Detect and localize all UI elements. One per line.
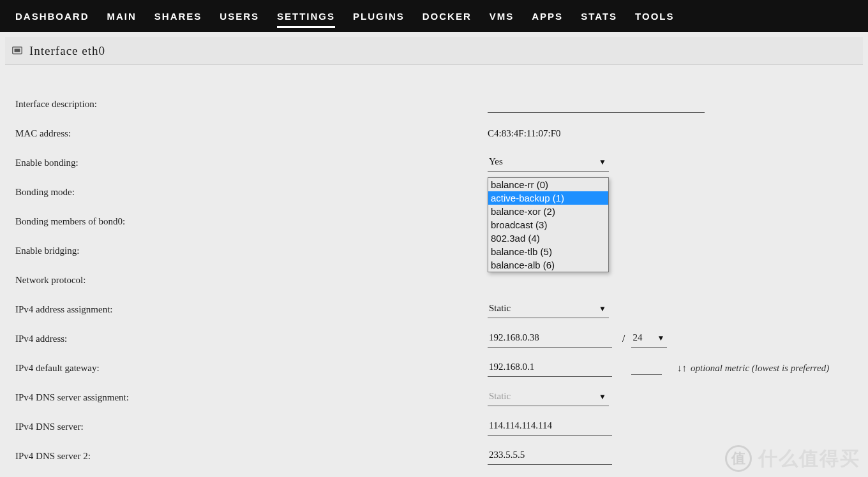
gateway-metric-hint: ↓↑ optional metric (lowest is preferred)	[677, 363, 829, 374]
nav-tab-main[interactable]: MAIN	[98, 0, 146, 32]
nav-tab-dashboard[interactable]: DASHBOARD	[6, 0, 98, 32]
row-interface-description: Interface description:	[15, 89, 868, 119]
input-ipv4-dns2[interactable]	[488, 447, 612, 465]
bonding-mode-option[interactable]: broadcast (3)	[488, 218, 608, 231]
select-ipv4-dns-assignment[interactable]	[488, 388, 609, 406]
nav-tab-docker[interactable]: DOCKER	[414, 0, 481, 32]
row-network-protocol: Network protocol:	[15, 265, 868, 295]
row-bonding-mode: Bonding mode: ▼	[15, 177, 868, 207]
bonding-mode-option[interactable]: 802.3ad (4)	[488, 231, 608, 245]
row-ipv4-assignment: IPv4 address assignment: ▼	[15, 295, 868, 324]
label-ipv4-dns-assignment: IPv4 DNS server assignment:	[15, 392, 488, 403]
value-mac-address: C4:83:4F:11:07:F0	[488, 128, 560, 139]
label-enable-bridging: Enable bridging:	[15, 246, 488, 256]
bonding-mode-option[interactable]: balance-tlb (5)	[488, 245, 608, 258]
input-gateway-metric[interactable]	[631, 361, 662, 375]
row-ipv4-dns-assignment: IPv4 DNS server assignment: ▼	[15, 383, 868, 412]
input-ipv4-gateway[interactable]	[488, 359, 612, 377]
bonding-mode-option[interactable]: balance-xor (2)	[488, 205, 608, 218]
select-ipv4-assignment[interactable]	[488, 300, 609, 318]
label-ipv4-assignment: IPv4 address assignment:	[15, 304, 488, 315]
form-area: Interface description: MAC address: C4:8…	[0, 65, 868, 471]
row-mac-address: MAC address: C4:83:4F:11:07:F0	[15, 119, 868, 148]
nav-tab-users[interactable]: USERS	[211, 0, 268, 32]
row-bonding-members: Bonding members of bond0:	[15, 207, 868, 236]
label-ipv4-dns2: IPv4 DNS server 2:	[15, 451, 488, 462]
nav-tab-settings[interactable]: SETTINGS	[268, 0, 344, 32]
watermark-text: 什么值得买	[758, 446, 860, 472]
watermark-badge-icon: 值	[725, 445, 752, 472]
label-bonding-mode: Bonding mode:	[15, 187, 488, 198]
input-ipv4-dns1[interactable]	[488, 418, 612, 436]
interface-icon	[11, 45, 23, 57]
nav-tab-vms[interactable]: VMS	[481, 0, 523, 32]
watermark: 值 什么值得买	[725, 445, 860, 472]
bonding-mode-option[interactable]: balance-alb (6)	[488, 258, 608, 272]
nav-tab-plugins[interactable]: PLUGINS	[344, 0, 414, 32]
select-ipv4-mask[interactable]	[631, 330, 667, 348]
row-ipv4-gateway: IPv4 default gateway: ↓↑ optional metric…	[15, 353, 868, 383]
label-ipv4-address: IPv4 address:	[15, 334, 488, 344]
input-ipv4-address[interactable]	[488, 330, 612, 348]
nav-tab-apps[interactable]: APPS	[523, 0, 572, 32]
bonding-mode-option[interactable]: balance-rr (0)	[488, 178, 608, 191]
label-mac-address: MAC address:	[15, 128, 488, 139]
label-network-protocol: Network protocol:	[15, 275, 488, 286]
bonding-mode-dropdown[interactable]: balance-rr (0) active-backup (1) balance…	[488, 177, 609, 272]
row-enable-bonding: Enable bonding: ▼	[15, 148, 868, 177]
svg-rect-1	[15, 48, 20, 52]
mask-separator: /	[622, 333, 625, 344]
nav-tab-stats[interactable]: STATS	[572, 0, 626, 32]
label-ipv4-dns1: IPv4 DNS server:	[15, 422, 488, 432]
nav-tab-shares[interactable]: SHARES	[146, 0, 211, 32]
section-header: Interface eth0	[5, 37, 863, 65]
select-enable-bonding[interactable]	[488, 154, 609, 172]
input-interface-description[interactable]	[488, 95, 705, 113]
row-ipv4-dns1: IPv4 DNS server:	[15, 412, 868, 441]
nav-tab-tools[interactable]: TOOLS	[626, 0, 683, 32]
label-enable-bonding: Enable bonding:	[15, 158, 488, 168]
label-interface-description: Interface description:	[15, 99, 488, 110]
bonding-mode-option[interactable]: active-backup (1)	[488, 191, 608, 205]
row-ipv4-address: IPv4 address: / ▼	[15, 324, 868, 353]
label-ipv4-gateway: IPv4 default gateway:	[15, 363, 488, 374]
row-enable-bridging: Enable bridging:	[15, 236, 868, 265]
top-nav: DASHBOARD MAIN SHARES USERS SETTINGS PLU…	[0, 0, 868, 32]
label-bonding-members: Bonding members of bond0:	[15, 216, 488, 227]
section-title: Interface eth0	[29, 44, 105, 58]
sort-icon: ↓↑	[677, 363, 687, 374]
